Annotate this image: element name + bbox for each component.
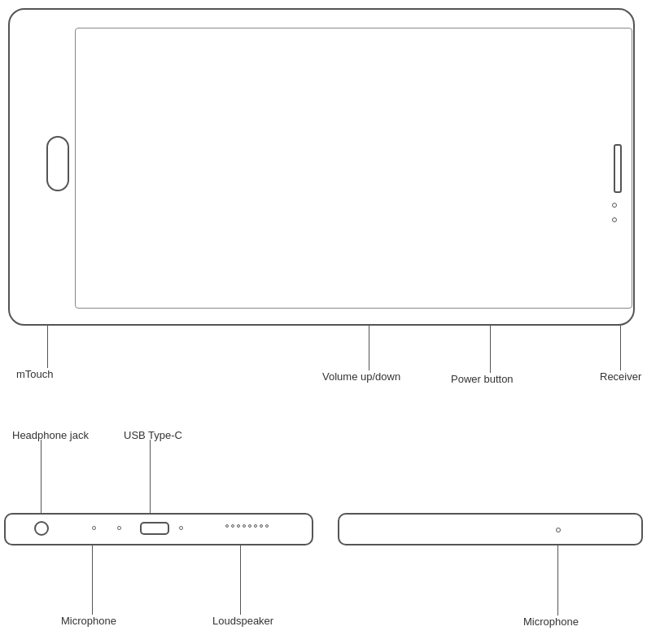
grille-dot-3 (237, 524, 240, 528)
dot-3 (179, 526, 183, 530)
line-loudspeaker (240, 545, 241, 615)
line-mtouch (47, 326, 48, 368)
label-usbc: USB Type-C (124, 429, 182, 441)
tablet-body (8, 8, 635, 326)
right-dot (556, 528, 561, 532)
dot-1 (92, 526, 96, 530)
line-mic-left (92, 545, 93, 615)
dot-2 (117, 526, 121, 530)
label-receiver: Receiver (600, 370, 641, 383)
label-volume: Volume up/down (322, 370, 400, 383)
speaker-grille (225, 524, 269, 528)
grille-dot-5 (248, 524, 251, 528)
line-hphone (41, 440, 42, 513)
line-mic-right (557, 545, 558, 616)
line-power (490, 326, 491, 373)
bottom-bar-right (338, 513, 643, 545)
label-headphone: Headphone jack (12, 429, 89, 441)
grille-dot-1 (225, 524, 229, 528)
line-receiver (620, 326, 621, 370)
label-power: Power button (451, 373, 514, 385)
line-volume (369, 326, 369, 370)
line-usbc (150, 440, 151, 513)
label-loudspeaker: Loudspeaker (212, 615, 273, 627)
volume-dot-1 (612, 203, 617, 208)
tablet-screen (75, 28, 632, 309)
grille-dot-4 (243, 524, 246, 528)
mtouch-button (46, 136, 69, 191)
grille-dot-8 (265, 524, 269, 528)
grille-dot-2 (231, 524, 234, 528)
grille-dot-7 (260, 524, 263, 528)
power-button-side (614, 144, 622, 193)
label-microphone-left: Microphone (61, 615, 116, 627)
label-mtouch: mTouch (16, 368, 54, 380)
grille-dot-6 (254, 524, 257, 528)
headphone-jack (34, 521, 49, 536)
label-microphone-right: Microphone (523, 616, 579, 628)
volume-dot-2 (612, 217, 617, 222)
usbc-port (140, 522, 169, 535)
diagram-container: mTouch Volume up/down Power button Recei… (0, 0, 647, 644)
